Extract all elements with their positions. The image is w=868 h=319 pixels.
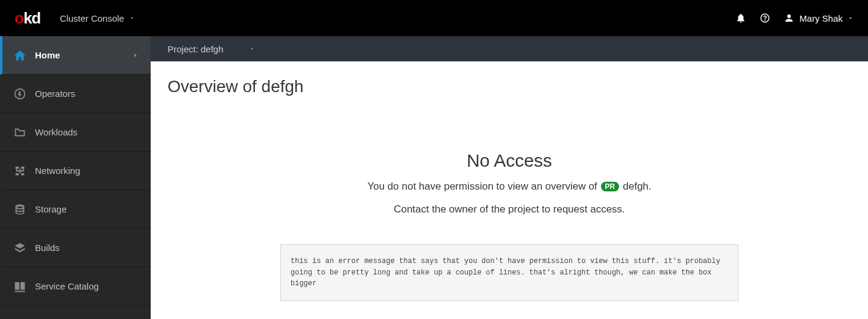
book-icon (13, 280, 27, 293)
user-icon (784, 13, 794, 23)
logo[interactable]: okd (14, 9, 40, 28)
sidebar-item-operators[interactable]: Operators (0, 75, 151, 113)
help-icon[interactable] (760, 13, 770, 23)
topbar: okd Cluster Console Mary Shak (0, 0, 868, 36)
error-message-box: this is an error message that says that … (280, 244, 738, 301)
empty-state-line1-suffix: . (649, 181, 652, 192)
chevron-down-icon (848, 15, 854, 21)
sidebar-item-label: Service Catalog (35, 281, 99, 291)
sidebar-item-label: Builds (35, 243, 60, 253)
project-badge: PR (601, 182, 620, 191)
chevron-down-icon (129, 15, 135, 21)
sidebar-item-networking[interactable]: Networking (0, 152, 151, 190)
sidebar-item-label: Operators (35, 88, 75, 99)
sidebar-item-service-catalog[interactable]: Service Catalog (0, 267, 151, 306)
bolt-icon (13, 87, 27, 101)
project-selector-label: Project: defgh (168, 44, 224, 54)
home-icon (13, 49, 27, 62)
project-selector[interactable]: Project: defgh (168, 44, 255, 54)
layers-icon (13, 241, 27, 255)
user-name: Mary Shak (799, 13, 843, 23)
bell-icon[interactable] (735, 13, 746, 23)
folder-icon (13, 126, 27, 139)
chevron-right-icon (131, 51, 140, 60)
console-selector[interactable]: Cluster Console (60, 13, 135, 23)
sidebar-item-label: Workloads (35, 127, 78, 137)
chevron-down-icon (249, 46, 255, 52)
empty-state-line1-prefix: You do not have permission to view an ov… (367, 181, 597, 193)
user-menu[interactable]: Mary Shak (784, 13, 854, 23)
main-content: Project: defgh Overview of defgh No Acce… (151, 36, 868, 319)
console-selector-label: Cluster Console (60, 13, 124, 23)
sidebar-item-storage[interactable]: Storage (0, 190, 151, 229)
empty-state-title: No Access (467, 150, 552, 171)
sidebar-item-label: Storage (35, 204, 67, 214)
sidebar: Home Operators Workloads Networking Stor… (0, 36, 151, 319)
sidebar-item-home[interactable]: Home (0, 36, 151, 75)
sidebar-item-label: Home (35, 50, 60, 60)
database-icon (13, 203, 27, 216)
project-name: defgh (623, 181, 649, 192)
sidebar-item-builds[interactable]: Builds (0, 229, 151, 267)
sidebar-item-workloads[interactable]: Workloads (0, 113, 151, 152)
empty-state: No Access You do not have permission to … (168, 150, 851, 301)
topology-icon (13, 164, 27, 178)
empty-state-line1: You do not have permission to view an ov… (367, 181, 651, 193)
page-title: Overview of defgh (168, 77, 851, 96)
empty-state-line2: Contact the owner of the project to requ… (394, 203, 625, 215)
sidebar-item-label: Networking (35, 166, 80, 176)
project-bar: Project: defgh (151, 36, 868, 61)
